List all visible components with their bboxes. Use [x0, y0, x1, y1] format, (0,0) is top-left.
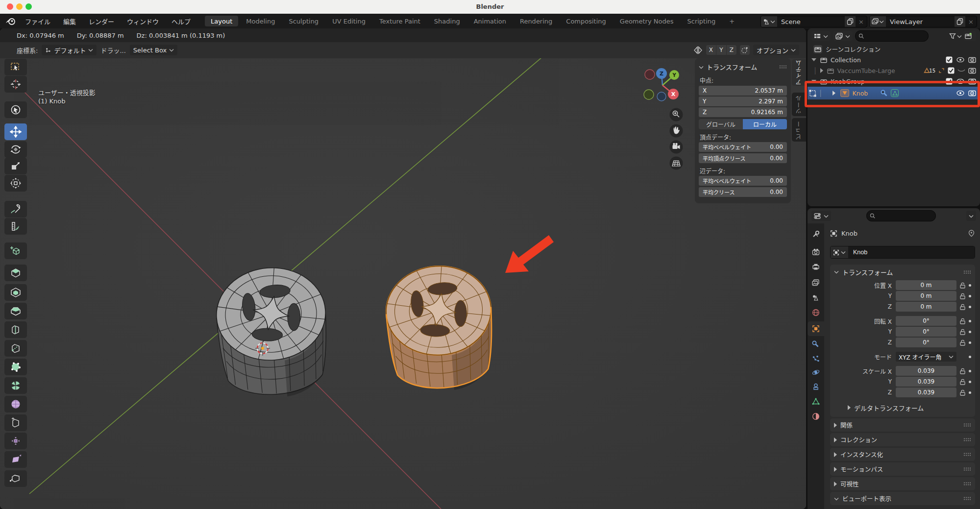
scene-icon[interactable] — [761, 16, 777, 27]
tab-object[interactable] — [808, 321, 824, 336]
mirror-y-toggle[interactable]: Y — [716, 45, 726, 55]
space-global-button[interactable]: グローバル — [699, 119, 743, 129]
panel-grip[interactable] — [963, 270, 971, 274]
knob-object-selected[interactable] — [383, 263, 496, 394]
vaccumtube-expand-icon[interactable] — [820, 68, 823, 73]
animate-dot[interactable] — [969, 306, 971, 308]
scale-y-field[interactable]: 0.039 — [896, 377, 956, 387]
location-z-field[interactable]: 0 m — [896, 302, 956, 312]
select-mode-dropdown[interactable]: Select Box — [130, 45, 177, 55]
vaccumtube-label[interactable]: VaccumTube-Large — [837, 67, 895, 74]
gizmo-axis-neg-x[interactable] — [645, 70, 655, 79]
collection-render-icon[interactable] — [968, 56, 976, 64]
gizmo-axis-neg-z[interactable] — [657, 92, 666, 101]
tool-extrude-region[interactable] — [4, 265, 27, 281]
rotation-mode-dropdown[interactable]: XYZ オイラー角 — [896, 352, 956, 362]
tool-select-box[interactable] — [4, 59, 27, 75]
outliner-display-mode-dropdown[interactable] — [811, 31, 831, 41]
rotation-z-field[interactable]: 0° — [896, 338, 956, 347]
zoom-view-button[interactable] — [670, 108, 683, 121]
animate-dot[interactable] — [969, 320, 971, 322]
tool-rip-region[interactable] — [4, 470, 27, 487]
rotation-y-field[interactable]: 0° — [896, 327, 956, 337]
outliner-filter-dropdown[interactable] — [949, 33, 962, 39]
mirror-z-toggle[interactable]: Z — [727, 45, 736, 55]
tool-tweak[interactable] — [4, 101, 27, 118]
workspace-tab-geometry-nodes[interactable]: Geometry Nodes — [614, 16, 680, 26]
add-workspace-button[interactable]: + — [723, 16, 740, 26]
lock-icon[interactable] — [960, 389, 965, 396]
animate-dot[interactable] — [969, 391, 971, 394]
workspace-tab-compositing[interactable]: Compositing — [560, 16, 612, 26]
outliner-search-input[interactable] — [866, 32, 925, 40]
location-x-field[interactable]: 0 m — [896, 280, 956, 290]
tab-modifiers[interactable] — [808, 338, 824, 351]
camera-view-button[interactable] — [670, 141, 683, 154]
tab-world[interactable] — [808, 306, 824, 319]
vertex-bevel-weight-field[interactable]: 平均ベベルウェイト 0.00 — [699, 142, 787, 152]
lock-icon[interactable] — [960, 339, 965, 346]
sidebar-tab-item[interactable]: アイテム — [792, 59, 806, 86]
perspective-toggle-button[interactable] — [670, 157, 683, 170]
vertex-crease-field[interactable]: 平均頂点クリース 0.00 — [699, 153, 787, 163]
transform-panel-collapse-icon[interactable] — [834, 270, 839, 274]
panel-visibility[interactable]: 可視性 — [830, 477, 975, 490]
object-name-field[interactable] — [848, 246, 975, 258]
tool-bevel[interactable] — [4, 303, 27, 319]
outliner-filter-id-dropdown[interactable] — [833, 31, 853, 41]
location-y-field[interactable]: 0 m — [896, 291, 956, 301]
panel-collections[interactable]: コレクション — [830, 433, 975, 446]
lock-icon[interactable] — [960, 304, 965, 310]
new-viewlayer-button[interactable] — [955, 16, 965, 27]
tab-scene[interactable] — [808, 291, 824, 305]
breadcrumb-object-name[interactable]: Knob — [841, 230, 858, 237]
space-local-button[interactable]: ローカル — [743, 119, 787, 129]
animate-dot[interactable] — [969, 295, 971, 297]
panel-instancing[interactable]: インスタンス化 — [830, 448, 975, 461]
edge-crease-field[interactable]: 平均クリース 0.00 — [699, 187, 787, 197]
tool-rotate[interactable] — [4, 141, 27, 158]
object-id-dropdown[interactable] — [831, 246, 848, 258]
animate-dot[interactable] — [969, 356, 971, 358]
animate-dot[interactable] — [969, 370, 971, 372]
lock-icon[interactable] — [960, 368, 965, 374]
tool-cursor[interactable] — [4, 76, 27, 93]
remove-viewlayer-button[interactable]: × — [965, 18, 977, 25]
tool-edge-slide[interactable] — [4, 414, 27, 431]
collection-hide-icon[interactable] — [956, 57, 964, 62]
animate-dot[interactable] — [969, 284, 971, 287]
properties-options-dropdown[interactable] — [966, 211, 976, 221]
tool-knife[interactable] — [4, 340, 27, 357]
npanel-title[interactable]: トランスフォーム — [707, 62, 757, 72]
blender-logo-icon[interactable] — [5, 16, 17, 26]
tab-output[interactable] — [808, 260, 824, 274]
pan-view-button[interactable] — [670, 124, 683, 138]
panel-grip[interactable] — [779, 65, 787, 69]
delta-transform-subpanel[interactable]: デルタトランスフォーム — [834, 402, 971, 413]
new-scene-button[interactable] — [845, 16, 856, 27]
sidebar-tab-tool[interactable]: ツール — [792, 93, 806, 116]
viewport-canvas[interactable]: Z Y X — [0, 58, 806, 509]
menu-window[interactable]: ウィンドウ — [121, 14, 165, 28]
tool-add-cube[interactable] — [4, 242, 27, 259]
tab-physics[interactable] — [808, 365, 824, 379]
tool-poly-build[interactable] — [4, 359, 27, 375]
tool-transform[interactable] — [4, 175, 27, 192]
tab-object-data[interactable] — [808, 395, 824, 409]
lock-icon[interactable] — [960, 329, 965, 335]
panel-viewport-display[interactable]: ビューポート表示 — [830, 492, 975, 505]
workspace-tab-shading[interactable]: Shading — [428, 16, 466, 26]
scale-x-field[interactable]: 0.039 — [896, 366, 956, 376]
scene-name[interactable]: Scene — [777, 18, 845, 25]
scale-z-field[interactable]: 0.039 — [896, 388, 956, 397]
rotation-x-field[interactable]: 0° — [896, 316, 956, 326]
tool-inset-faces[interactable] — [4, 284, 27, 301]
tool-smooth[interactable] — [4, 396, 27, 412]
collection-expand-icon[interactable] — [811, 58, 816, 61]
collection-checkbox[interactable] — [946, 56, 953, 63]
vaccumtube-hide-icon[interactable] — [957, 68, 965, 73]
menu-edit[interactable]: 編集 — [57, 14, 82, 28]
tool-shear[interactable] — [4, 451, 27, 468]
pin-icon[interactable] — [968, 230, 975, 237]
properties-search-input[interactable] — [877, 212, 932, 220]
